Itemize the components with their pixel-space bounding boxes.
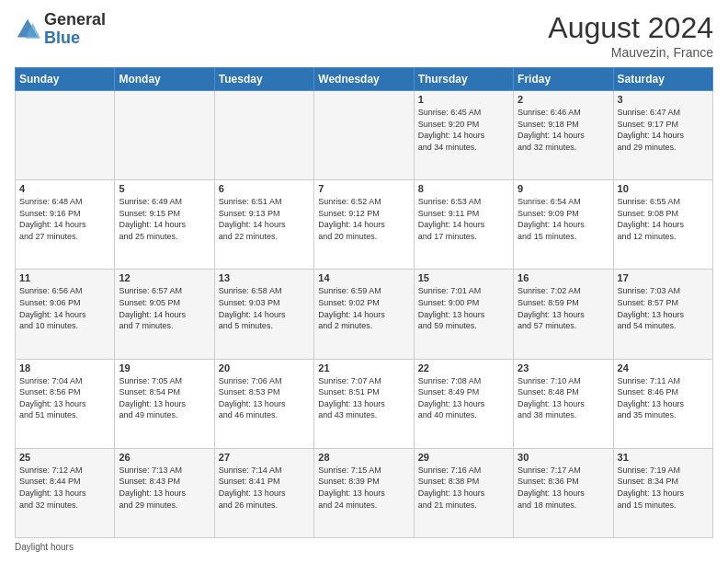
calendar-header-thursday: Thursday: [414, 68, 513, 91]
calendar-cell: 8Sunrise: 6:53 AMSunset: 9:11 PMDaylight…: [414, 180, 513, 270]
day-number: 23: [518, 362, 609, 373]
day-info: Sunrise: 6:59 AMSunset: 9:02 PMDaylight:…: [318, 285, 409, 331]
calendar-cell: [214, 91, 313, 180]
calendar-header-sunday: Sunday: [16, 68, 115, 91]
day-number: 26: [119, 452, 210, 463]
day-info: Sunrise: 7:03 AMSunset: 8:57 PMDaylight:…: [618, 285, 709, 331]
calendar-week-2: 4Sunrise: 6:48 AMSunset: 9:16 PMDaylight…: [16, 180, 713, 270]
day-info: Sunrise: 7:17 AMSunset: 8:36 PMDaylight:…: [518, 465, 609, 511]
calendar-header-friday: Friday: [514, 68, 613, 91]
calendar-cell: 21Sunrise: 7:07 AMSunset: 8:51 PMDayligh…: [314, 359, 414, 448]
logo-general-text: General: [44, 11, 106, 29]
day-info: Sunrise: 6:58 AMSunset: 9:03 PMDaylight:…: [219, 285, 310, 331]
calendar-cell: 28Sunrise: 7:15 AMSunset: 8:39 PMDayligh…: [314, 448, 414, 537]
day-info: Sunrise: 7:11 AMSunset: 8:46 PMDaylight:…: [618, 375, 709, 421]
calendar-cell: 31Sunrise: 7:19 AMSunset: 8:34 PMDayligh…: [613, 448, 712, 537]
calendar-cell: 1Sunrise: 6:45 AMSunset: 9:20 PMDaylight…: [414, 91, 513, 180]
day-number: 31: [618, 452, 709, 463]
calendar-cell: 15Sunrise: 7:01 AMSunset: 9:00 PMDayligh…: [414, 270, 513, 359]
calendar-cell: 17Sunrise: 7:03 AMSunset: 8:57 PMDayligh…: [613, 270, 712, 359]
calendar-week-4: 18Sunrise: 7:04 AMSunset: 8:56 PMDayligh…: [16, 359, 713, 448]
day-info: Sunrise: 7:16 AMSunset: 8:38 PMDaylight:…: [418, 465, 509, 511]
calendar-cell: 12Sunrise: 6:57 AMSunset: 9:05 PMDayligh…: [115, 270, 214, 359]
day-number: 10: [618, 183, 709, 194]
day-info: Sunrise: 6:57 AMSunset: 9:05 PMDaylight:…: [119, 285, 210, 331]
day-number: 18: [19, 362, 110, 373]
day-info: Sunrise: 6:52 AMSunset: 9:12 PMDaylight:…: [318, 196, 409, 242]
day-info: Sunrise: 7:06 AMSunset: 8:53 PMDaylight:…: [219, 375, 310, 421]
calendar-cell: [314, 91, 414, 180]
day-number: 16: [518, 272, 609, 283]
day-info: Sunrise: 7:13 AMSunset: 8:43 PMDaylight:…: [119, 465, 210, 511]
logo-text: General Blue: [44, 11, 106, 48]
day-number: 6: [219, 183, 310, 194]
daylight-label: Daylight hours: [15, 542, 74, 552]
day-number: 20: [219, 362, 310, 373]
location: Mauvezin, France: [548, 45, 713, 60]
title-block: August 2024 Mauvezin, France: [548, 11, 713, 60]
day-info: Sunrise: 7:15 AMSunset: 8:39 PMDaylight:…: [318, 465, 409, 511]
calendar-week-3: 11Sunrise: 6:56 AMSunset: 9:06 PMDayligh…: [16, 270, 713, 359]
day-number: 8: [418, 183, 509, 194]
day-info: Sunrise: 6:51 AMSunset: 9:13 PMDaylight:…: [219, 196, 310, 242]
calendar-cell: 30Sunrise: 7:17 AMSunset: 8:36 PMDayligh…: [514, 448, 613, 537]
day-info: Sunrise: 7:02 AMSunset: 8:59 PMDaylight:…: [518, 285, 609, 331]
day-info: Sunrise: 7:12 AMSunset: 8:44 PMDaylight:…: [19, 465, 110, 511]
calendar-cell: 25Sunrise: 7:12 AMSunset: 8:44 PMDayligh…: [16, 448, 115, 537]
day-info: Sunrise: 7:10 AMSunset: 8:48 PMDaylight:…: [518, 375, 609, 421]
calendar-cell: 23Sunrise: 7:10 AMSunset: 8:48 PMDayligh…: [514, 359, 613, 448]
day-number: 11: [19, 272, 110, 283]
day-number: 12: [119, 272, 210, 283]
calendar-cell: 26Sunrise: 7:13 AMSunset: 8:43 PMDayligh…: [115, 448, 214, 537]
day-info: Sunrise: 7:04 AMSunset: 8:56 PMDaylight:…: [19, 375, 110, 421]
calendar-cell: 10Sunrise: 6:55 AMSunset: 9:08 PMDayligh…: [613, 180, 712, 270]
calendar-header-row: SundayMondayTuesdayWednesdayThursdayFrid…: [16, 68, 713, 91]
day-info: Sunrise: 7:05 AMSunset: 8:54 PMDaylight:…: [119, 375, 210, 421]
day-number: 27: [219, 452, 310, 463]
day-info: Sunrise: 7:01 AMSunset: 9:00 PMDaylight:…: [418, 285, 509, 331]
day-number: 21: [318, 362, 409, 373]
day-info: Sunrise: 6:53 AMSunset: 9:11 PMDaylight:…: [418, 196, 509, 242]
logo-blue-text: Blue: [44, 29, 106, 48]
calendar-cell: 20Sunrise: 7:06 AMSunset: 8:53 PMDayligh…: [214, 359, 313, 448]
calendar-cell: 19Sunrise: 7:05 AMSunset: 8:54 PMDayligh…: [115, 359, 214, 448]
calendar-cell: 7Sunrise: 6:52 AMSunset: 9:12 PMDaylight…: [314, 180, 414, 270]
day-info: Sunrise: 6:55 AMSunset: 9:08 PMDaylight:…: [618, 196, 709, 242]
day-number: 17: [618, 272, 709, 283]
day-number: 24: [618, 362, 709, 373]
calendar-cell: 14Sunrise: 6:59 AMSunset: 9:02 PMDayligh…: [314, 270, 414, 359]
calendar-cell: 13Sunrise: 6:58 AMSunset: 9:03 PMDayligh…: [214, 270, 313, 359]
day-info: Sunrise: 6:49 AMSunset: 9:15 PMDaylight:…: [119, 196, 210, 242]
calendar-cell: 6Sunrise: 6:51 AMSunset: 9:13 PMDaylight…: [214, 180, 313, 270]
day-info: Sunrise: 6:45 AMSunset: 9:20 PMDaylight:…: [418, 107, 509, 153]
calendar-cell: 16Sunrise: 7:02 AMSunset: 8:59 PMDayligh…: [514, 270, 613, 359]
calendar-cell: 27Sunrise: 7:14 AMSunset: 8:41 PMDayligh…: [214, 448, 313, 537]
day-info: Sunrise: 6:48 AMSunset: 9:16 PMDaylight:…: [19, 196, 110, 242]
day-number: 19: [119, 362, 210, 373]
day-number: 28: [318, 452, 409, 463]
calendar-cell: 11Sunrise: 6:56 AMSunset: 9:06 PMDayligh…: [16, 270, 115, 359]
day-number: 9: [518, 183, 609, 194]
month-year: August 2024: [548, 11, 713, 45]
header: General Blue August 2024 Mauvezin, Franc…: [15, 11, 713, 60]
day-info: Sunrise: 6:46 AMSunset: 9:18 PMDaylight:…: [518, 107, 609, 153]
day-info: Sunrise: 7:07 AMSunset: 8:51 PMDaylight:…: [318, 375, 409, 421]
calendar-cell: 22Sunrise: 7:08 AMSunset: 8:49 PMDayligh…: [414, 359, 513, 448]
calendar-cell: [115, 91, 214, 180]
day-number: 2: [518, 94, 609, 105]
day-number: 15: [418, 272, 509, 283]
day-info: Sunrise: 7:14 AMSunset: 8:41 PMDaylight:…: [219, 465, 310, 511]
calendar-cell: [16, 91, 115, 180]
day-number: 30: [518, 452, 609, 463]
day-number: 1: [418, 94, 509, 105]
calendar-cell: 18Sunrise: 7:04 AMSunset: 8:56 PMDayligh…: [16, 359, 115, 448]
calendar-cell: 2Sunrise: 6:46 AMSunset: 9:18 PMDaylight…: [514, 91, 613, 180]
day-number: 14: [318, 272, 409, 283]
day-info: Sunrise: 6:54 AMSunset: 9:09 PMDaylight:…: [518, 196, 609, 242]
calendar-cell: 24Sunrise: 7:11 AMSunset: 8:46 PMDayligh…: [613, 359, 712, 448]
calendar-cell: 3Sunrise: 6:47 AMSunset: 9:17 PMDaylight…: [613, 91, 712, 180]
day-number: 22: [418, 362, 509, 373]
day-info: Sunrise: 6:47 AMSunset: 9:17 PMDaylight:…: [618, 107, 709, 153]
day-number: 13: [219, 272, 310, 283]
calendar-cell: 5Sunrise: 6:49 AMSunset: 9:15 PMDaylight…: [115, 180, 214, 270]
